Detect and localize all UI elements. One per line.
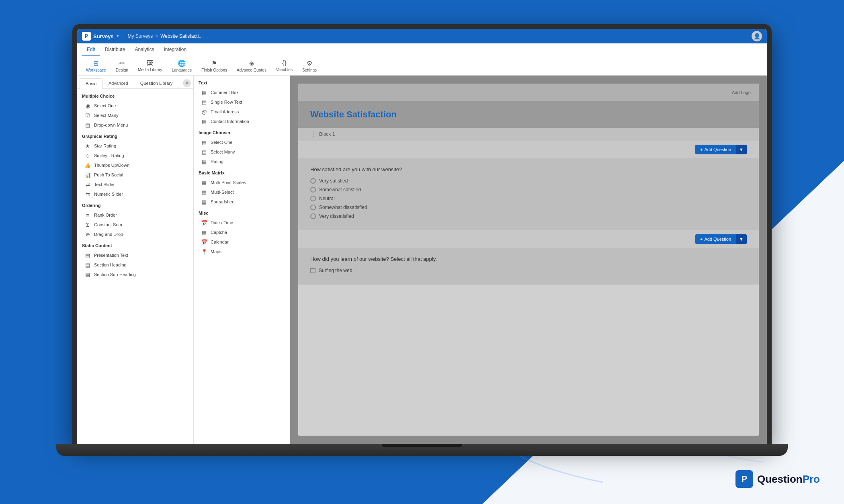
presentation-text-icon: ▤: [84, 252, 91, 258]
questionpro-logo-icon: P: [735, 470, 753, 488]
item-img-select-one[interactable]: ▤ Select One: [199, 137, 285, 147]
item-calendar[interactable]: 📅 Calendar: [199, 237, 285, 247]
item-img-select-many[interactable]: ▤ Select Many: [199, 147, 285, 157]
add-question-dropdown-1[interactable]: ▼: [736, 145, 747, 154]
item-rank-order[interactable]: ≡ Rank Order: [82, 210, 188, 220]
section-image-chooser: Image Chooser: [199, 130, 285, 135]
item-push-to-social[interactable]: 📊 Push To Social: [82, 170, 188, 180]
user-avatar[interactable]: 👤: [752, 31, 762, 41]
toolbar-variables-label: Variables: [276, 68, 293, 72]
item-single-row-text[interactable]: ▤ Single Row Text: [199, 97, 285, 107]
breadcrumb-parent[interactable]: My Surveys: [128, 33, 153, 39]
item-dropdown-menu[interactable]: ▤ Drop-down Menu: [82, 120, 188, 130]
item-section-sub-heading[interactable]: ▤ Section Sub-Heading: [82, 270, 188, 279]
item-rating[interactable]: ▤ Rating: [199, 157, 285, 166]
add-question-button-2[interactable]: + Add Question: [695, 234, 736, 244]
star-rating-icon: ★: [84, 143, 91, 149]
item-contact-information[interactable]: ▤ Contact Information: [199, 117, 285, 126]
comment-box-icon: ▤: [201, 89, 207, 96]
item-drag-and-drop[interactable]: ⊕ Drag and Drop: [82, 229, 188, 239]
panel-tab-basic[interactable]: Basic: [80, 78, 102, 89]
toolbar-workspace-label: Workspace: [86, 68, 106, 72]
survey-header: Add Logo: [298, 84, 759, 101]
drag-and-drop-icon: ⊕: [84, 231, 91, 238]
panel-tabs: Basic Advanced Question Library ×: [77, 76, 193, 89]
item-select-many[interactable]: ☑ Select Many: [82, 111, 188, 120]
question-1-text: How satisfied are you with our website?: [310, 166, 747, 172]
item-date-time-label: Date / Time: [211, 220, 233, 225]
app-dropdown-arrow[interactable]: ▼: [116, 34, 120, 38]
item-multi-select[interactable]: ▦ Multi-Select: [199, 187, 285, 197]
option-surfing-web-label: Surfing the web: [319, 268, 352, 273]
item-thumbs-up-down[interactable]: 👍 Thumbs Up/Down: [82, 160, 188, 170]
item-text-slider-label: Text Slider: [94, 182, 115, 187]
tab-analytics[interactable]: Analytics: [130, 43, 159, 56]
item-section-sub-heading-label: Section Sub-Heading: [94, 272, 136, 277]
item-section-heading[interactable]: ▤ Section Heading: [82, 260, 188, 270]
item-email-address[interactable]: @ Email Address: [199, 107, 285, 117]
item-numeric-slider[interactable]: ⇆ Numeric Slider: [82, 189, 188, 199]
main-area: Basic Advanced Question Library × Multip…: [77, 76, 767, 444]
toolbar-design[interactable]: ✏ Design: [112, 59, 132, 73]
questionpro-branding: P QuestionPro: [735, 470, 820, 488]
toolbar-settings[interactable]: ⚙ Settings: [298, 59, 321, 73]
radio-circle-3: [310, 196, 316, 201]
single-row-text-icon: ▤: [201, 99, 207, 105]
option-somewhat-dissatisfied: Somewhat dissatisfied: [310, 205, 747, 210]
toolbar-languages[interactable]: 🌐 Languages: [168, 59, 196, 73]
item-push-to-social-label: Push To Social: [94, 172, 123, 177]
tab-distribute[interactable]: Distribute: [100, 43, 130, 56]
toolbar-variables[interactable]: {} Variables: [272, 59, 297, 73]
breadcrumb-separator: >: [155, 33, 158, 39]
toolbar-settings-label: Settings: [302, 68, 317, 72]
option-very-dissatisfied: Very dissatisfied: [310, 213, 747, 219]
item-select-one[interactable]: ◉ Select One: [82, 101, 188, 111]
item-smiley-rating-label: Smiley - Rating: [94, 153, 124, 158]
block-label: Block 1: [319, 131, 335, 137]
toolbar-languages-label: Languages: [172, 68, 192, 72]
panel-content: Multiple Choice ◉ Select One ☑ Select Ma…: [77, 89, 193, 444]
item-maps[interactable]: 📍 Maps: [199, 247, 285, 256]
panel-close-button[interactable]: ×: [183, 79, 191, 87]
tab-integration[interactable]: Integration: [159, 43, 191, 56]
add-question-dropdown-2[interactable]: ▼: [736, 234, 747, 244]
item-star-rating[interactable]: ★ Star Rating: [82, 141, 188, 151]
option-neutral: Neutral: [310, 196, 747, 201]
item-rank-order-label: Rank Order: [94, 213, 117, 217]
item-multi-point-scales[interactable]: ▦ Multi-Point Scales: [199, 178, 285, 187]
toolbar-media-library[interactable]: 🖼 Media Library: [134, 59, 166, 73]
app-name[interactable]: Surveys: [93, 33, 114, 39]
item-date-time[interactable]: 📅 Date / Time: [199, 218, 285, 227]
item-presentation-text[interactable]: ▤ Presentation Text: [82, 250, 188, 260]
panel-tab-question-library[interactable]: Question Library: [134, 78, 179, 88]
block-expand-icon[interactable]: ⋮: [310, 131, 316, 137]
item-captcha[interactable]: ▦ Captcha: [199, 227, 285, 237]
item-dropdown-menu-label: Drop-down Menu: [94, 123, 128, 127]
option-somewhat-dissatisfied-label: Somewhat dissatisfied: [319, 205, 367, 210]
item-comment-box-label: Comment Box: [211, 90, 239, 95]
item-smiley-rating[interactable]: ☺ Smiley - Rating: [82, 151, 188, 160]
date-time-icon: 📅: [201, 219, 207, 226]
numeric-slider-icon: ⇆: [84, 191, 91, 197]
toolbar-workspace[interactable]: ⊞ Workspace: [82, 59, 110, 73]
push-to-social-icon: 📊: [84, 172, 91, 178]
calendar-icon: 📅: [201, 239, 207, 245]
option-very-satisfied: Very satisfied: [310, 178, 747, 184]
radio-circle-4: [310, 205, 316, 210]
checkbox-box-1: [310, 268, 315, 273]
design-icon: ✏: [119, 59, 125, 67]
tab-edit[interactable]: Edit: [82, 43, 100, 56]
item-email-address-label: Email Address: [211, 109, 239, 114]
toolbar-advance-quotes[interactable]: ◈ Advance Quotes: [233, 59, 270, 73]
toolbar-finish-options[interactable]: ⚑ Finish Options: [197, 59, 231, 73]
add-logo-button[interactable]: Add Logo: [732, 90, 751, 95]
add-question-button-1[interactable]: + Add Question: [695, 145, 736, 154]
item-comment-box[interactable]: ▤ Comment Box: [199, 88, 285, 97]
panel-tab-advanced[interactable]: Advanced: [102, 78, 134, 88]
item-calendar-label: Calendar: [211, 240, 229, 244]
section-misc: Misc: [199, 211, 285, 215]
item-constant-sum[interactable]: Σ Constant Sum: [82, 220, 188, 229]
item-spreadsheet[interactable]: ▦ Spreadsheet: [199, 197, 285, 207]
item-text-slider[interactable]: ⇄ Text Slider: [82, 180, 188, 189]
thumbs-up-down-icon: 👍: [84, 162, 91, 168]
